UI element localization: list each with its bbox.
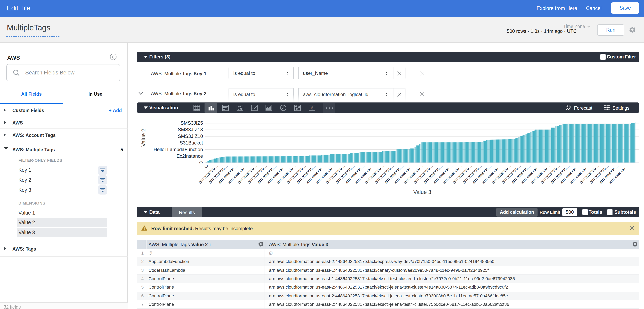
svg-text:Hello1LambdaFunction: Hello1LambdaFunction xyxy=(154,147,203,152)
svg-text:6: 6 xyxy=(311,106,313,110)
svg-text:SMS3JIZ10: SMS3JIZ10 xyxy=(178,134,203,139)
svg-text:Ec2Instance: Ec2Instance xyxy=(176,153,203,159)
svg-text:∅: ∅ xyxy=(203,163,209,169)
svg-text:SMS3JIZ18: SMS3JIZ18 xyxy=(178,127,203,132)
svg-text:Value 2: Value 2 xyxy=(140,129,146,147)
svg-text:S31Bucket: S31Bucket xyxy=(180,140,203,146)
svg-text:SMS3JIZ5: SMS3JIZ5 xyxy=(180,120,203,126)
svg-text:Value 3: Value 3 xyxy=(413,189,431,195)
svg-text:∅: ∅ xyxy=(199,160,203,165)
